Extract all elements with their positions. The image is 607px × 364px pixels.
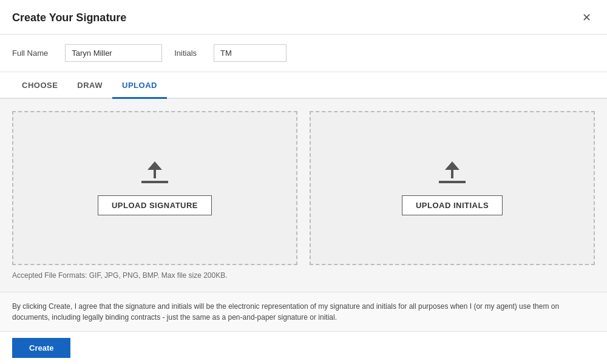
tab-upload[interactable]: UPLOAD	[112, 72, 167, 99]
file-info: Accepted File Formats: GIF, JPG, PNG, BM…	[12, 271, 595, 280]
upload-initials-button[interactable]: UPLOAD INITIALS	[402, 195, 503, 215]
svg-marker-2	[148, 161, 162, 170]
full-name-label: Full Name	[12, 49, 48, 58]
initials-label: Initials	[174, 49, 197, 58]
create-signature-modal: Create Your Signature ✕ Full Name Initia…	[0, 0, 607, 364]
svg-rect-3	[439, 181, 466, 183]
upload-boxes: UPLOAD SIGNATURE UPLOAD INITIALS	[12, 111, 595, 265]
svg-rect-0	[141, 181, 168, 183]
upload-signature-box[interactable]: UPLOAD SIGNATURE	[12, 111, 297, 265]
modal-title: Create Your Signature	[12, 12, 126, 24]
tabs-row: CHOOSE DRAW UPLOAD	[0, 72, 607, 99]
tab-draw[interactable]: DRAW	[67, 72, 112, 99]
modal-footer: Create	[0, 331, 607, 364]
upload-initials-icon	[439, 161, 466, 186]
upload-signature-button[interactable]: UPLOAD SIGNATURE	[98, 195, 212, 215]
upload-initials-box[interactable]: UPLOAD INITIALS	[310, 111, 595, 265]
modal-header: Create Your Signature ✕	[0, 0, 607, 35]
upload-signature-icon	[141, 161, 168, 186]
close-button[interactable]: ✕	[578, 10, 595, 25]
full-name-input[interactable]	[65, 44, 162, 62]
svg-marker-5	[445, 161, 459, 170]
initials-input[interactable]	[214, 44, 287, 62]
legal-text: By clicking Create, I agree that the sig…	[0, 292, 607, 331]
create-button[interactable]: Create	[12, 338, 70, 358]
tab-choose[interactable]: CHOOSE	[12, 72, 67, 99]
fields-row: Full Name Initials	[0, 35, 607, 72]
upload-area: UPLOAD SIGNATURE UPLOAD INITIALS Accepte…	[0, 99, 607, 292]
